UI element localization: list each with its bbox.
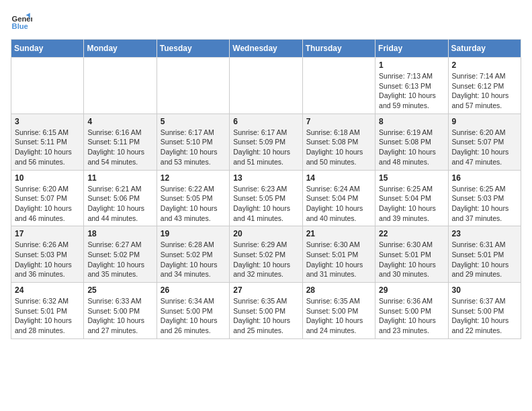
week-row-3: 17Sunrise: 6:26 AM Sunset: 5:03 PM Dayli… (11, 226, 521, 283)
calendar-cell: 11Sunrise: 6:21 AM Sunset: 5:06 PM Dayli… (84, 170, 157, 226)
day-number: 24 (15, 285, 80, 295)
day-number: 20 (233, 229, 298, 238)
day-number: 22 (379, 229, 444, 238)
calendar-cell: 13Sunrise: 6:23 AM Sunset: 5:05 PM Dayli… (230, 170, 302, 226)
day-info: Sunrise: 6:27 AM Sunset: 5:02 PM Dayligh… (87, 240, 152, 279)
weekday-header-sunday: Sunday (11, 40, 84, 58)
day-info: Sunrise: 6:23 AM Sunset: 5:05 PM Dayligh… (233, 184, 298, 224)
day-info: Sunrise: 6:29 AM Sunset: 5:02 PM Dayligh… (233, 240, 298, 279)
day-info: Sunrise: 6:30 AM Sunset: 5:01 PM Dayligh… (379, 240, 444, 279)
day-number: 6 (233, 117, 298, 126)
calendar-cell: 2Sunrise: 7:14 AM Sunset: 6:12 PM Daylig… (448, 58, 521, 114)
calendar-cell (84, 58, 157, 114)
day-number: 13 (233, 173, 298, 183)
day-number: 25 (87, 285, 152, 295)
day-number: 29 (379, 285, 444, 295)
day-number: 23 (452, 229, 517, 238)
logo: General Blue (11, 11, 35, 32)
calendar-cell: 17Sunrise: 6:26 AM Sunset: 5:03 PM Dayli… (11, 226, 84, 283)
day-info: Sunrise: 6:22 AM Sunset: 5:05 PM Dayligh… (161, 184, 226, 224)
day-info: Sunrise: 6:15 AM Sunset: 5:11 PM Dayligh… (15, 128, 80, 167)
calendar-cell: 24Sunrise: 6:32 AM Sunset: 5:01 PM Dayli… (11, 283, 84, 339)
calendar-cell: 4Sunrise: 6:16 AM Sunset: 5:11 PM Daylig… (84, 113, 157, 170)
day-number: 27 (233, 285, 298, 295)
day-info: Sunrise: 6:17 AM Sunset: 5:10 PM Dayligh… (161, 128, 226, 167)
calendar-cell: 21Sunrise: 6:30 AM Sunset: 5:01 PM Dayli… (302, 226, 375, 283)
calendar-cell: 14Sunrise: 6:24 AM Sunset: 5:04 PM Dayli… (302, 170, 375, 226)
day-info: Sunrise: 6:16 AM Sunset: 5:11 PM Dayligh… (87, 128, 152, 167)
calendar-cell (302, 58, 375, 114)
day-number: 10 (15, 173, 80, 183)
week-row-2: 10Sunrise: 6:20 AM Sunset: 5:07 PM Dayli… (11, 170, 521, 226)
calendar-cell: 30Sunrise: 6:37 AM Sunset: 5:00 PM Dayli… (448, 283, 521, 339)
calendar-cell: 28Sunrise: 6:35 AM Sunset: 5:00 PM Dayli… (302, 283, 375, 339)
day-info: Sunrise: 6:31 AM Sunset: 5:01 PM Dayligh… (452, 240, 517, 279)
day-info: Sunrise: 6:30 AM Sunset: 5:01 PM Dayligh… (306, 240, 371, 279)
calendar-cell (230, 58, 302, 114)
weekday-header-monday: Monday (84, 40, 157, 58)
calendar-cell: 25Sunrise: 6:33 AM Sunset: 5:00 PM Dayli… (84, 283, 157, 339)
day-info: Sunrise: 6:34 AM Sunset: 5:00 PM Dayligh… (161, 296, 226, 336)
day-info: Sunrise: 6:28 AM Sunset: 5:02 PM Dayligh… (161, 240, 226, 279)
day-number: 17 (15, 229, 80, 238)
day-number: 26 (161, 285, 226, 295)
calendar-cell: 6Sunrise: 6:17 AM Sunset: 5:09 PM Daylig… (230, 113, 302, 170)
day-number: 15 (379, 173, 444, 183)
day-info: Sunrise: 6:20 AM Sunset: 5:07 PM Dayligh… (15, 184, 80, 224)
calendar-cell: 3Sunrise: 6:15 AM Sunset: 5:11 PM Daylig… (11, 113, 84, 170)
day-number: 18 (87, 229, 152, 238)
calendar-cell: 16Sunrise: 6:25 AM Sunset: 5:03 PM Dayli… (448, 170, 521, 226)
svg-text:Blue: Blue (12, 22, 28, 30)
calendar-cell: 22Sunrise: 6:30 AM Sunset: 5:01 PM Dayli… (375, 226, 448, 283)
day-info: Sunrise: 6:19 AM Sunset: 5:08 PM Dayligh… (379, 128, 444, 167)
day-number: 7 (306, 117, 371, 126)
day-number: 14 (306, 173, 371, 183)
calendar-cell: 29Sunrise: 6:36 AM Sunset: 5:00 PM Dayli… (375, 283, 448, 339)
calendar-cell: 27Sunrise: 6:35 AM Sunset: 5:00 PM Dayli… (230, 283, 302, 339)
day-info: Sunrise: 6:25 AM Sunset: 5:03 PM Dayligh… (452, 184, 517, 224)
calendar-cell: 20Sunrise: 6:29 AM Sunset: 5:02 PM Dayli… (230, 226, 302, 283)
day-info: Sunrise: 7:13 AM Sunset: 6:13 PM Dayligh… (379, 71, 444, 111)
calendar-cell: 26Sunrise: 6:34 AM Sunset: 5:00 PM Dayli… (157, 283, 229, 339)
calendar-cell (157, 58, 229, 114)
day-number: 30 (452, 285, 517, 295)
calendar-table: SundayMondayTuesdayWednesdayThursdayFrid… (11, 39, 521, 339)
day-number: 11 (87, 173, 152, 183)
day-number: 3 (15, 117, 80, 126)
day-info: Sunrise: 6:25 AM Sunset: 5:04 PM Dayligh… (379, 184, 444, 224)
calendar-cell: 8Sunrise: 6:19 AM Sunset: 5:08 PM Daylig… (375, 113, 448, 170)
day-info: Sunrise: 6:35 AM Sunset: 5:00 PM Dayligh… (306, 296, 371, 336)
weekday-header-tuesday: Tuesday (157, 40, 229, 58)
calendar-cell: 9Sunrise: 6:20 AM Sunset: 5:07 PM Daylig… (448, 113, 521, 170)
calendar-cell: 7Sunrise: 6:18 AM Sunset: 5:08 PM Daylig… (302, 113, 375, 170)
day-number: 9 (452, 117, 517, 126)
day-info: Sunrise: 6:35 AM Sunset: 5:00 PM Dayligh… (233, 296, 298, 336)
page-header: General Blue (11, 11, 521, 32)
logo-icon: General Blue (11, 11, 32, 32)
calendar-cell: 23Sunrise: 6:31 AM Sunset: 5:01 PM Dayli… (448, 226, 521, 283)
weekday-header-friday: Friday (375, 40, 448, 58)
day-info: Sunrise: 6:26 AM Sunset: 5:03 PM Dayligh… (15, 240, 80, 279)
weekday-header-row: SundayMondayTuesdayWednesdayThursdayFrid… (11, 40, 521, 58)
day-number: 16 (452, 173, 517, 183)
weekday-header-saturday: Saturday (448, 40, 521, 58)
day-info: Sunrise: 6:17 AM Sunset: 5:09 PM Dayligh… (233, 128, 298, 167)
day-info: Sunrise: 6:36 AM Sunset: 5:00 PM Dayligh… (379, 296, 444, 336)
week-row-0: 1Sunrise: 7:13 AM Sunset: 6:13 PM Daylig… (11, 58, 521, 114)
day-info: Sunrise: 6:21 AM Sunset: 5:06 PM Dayligh… (87, 184, 152, 224)
day-info: Sunrise: 6:32 AM Sunset: 5:01 PM Dayligh… (15, 296, 80, 336)
day-number: 21 (306, 229, 371, 238)
calendar-cell: 18Sunrise: 6:27 AM Sunset: 5:02 PM Dayli… (84, 226, 157, 283)
day-number: 4 (87, 117, 152, 126)
calendar-cell (11, 58, 84, 114)
day-info: Sunrise: 6:33 AM Sunset: 5:00 PM Dayligh… (87, 296, 152, 336)
day-info: Sunrise: 6:20 AM Sunset: 5:07 PM Dayligh… (452, 128, 517, 167)
day-number: 2 (452, 60, 517, 70)
day-number: 5 (161, 117, 226, 126)
day-number: 19 (161, 229, 226, 238)
day-info: Sunrise: 6:24 AM Sunset: 5:04 PM Dayligh… (306, 184, 371, 224)
day-number: 1 (379, 60, 444, 70)
day-number: 12 (161, 173, 226, 183)
calendar-cell: 15Sunrise: 6:25 AM Sunset: 5:04 PM Dayli… (375, 170, 448, 226)
week-row-1: 3Sunrise: 6:15 AM Sunset: 5:11 PM Daylig… (11, 113, 521, 170)
